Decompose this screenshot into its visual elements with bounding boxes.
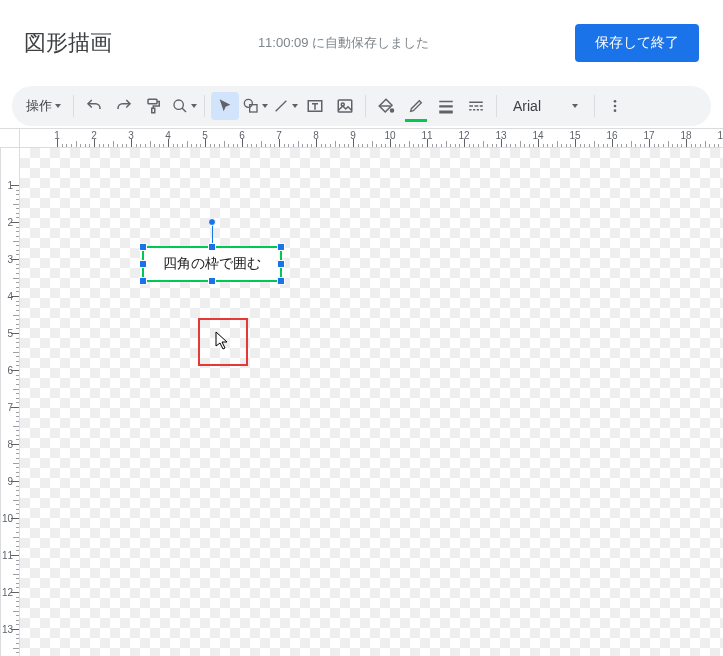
ruler-corner: [0, 128, 20, 148]
paint-format-button[interactable]: [140, 92, 168, 120]
workspace: 12345678910111213141516171819 1234567891…: [0, 128, 723, 656]
redo-button[interactable]: [110, 92, 138, 120]
zoom-button[interactable]: [170, 92, 198, 120]
svg-rect-13: [469, 105, 473, 107]
svg-rect-10: [439, 105, 453, 107]
line-weight-icon: [437, 97, 455, 115]
resize-handle-n[interactable]: [208, 243, 216, 251]
autosave-status: 11:00:09 に自動保存しました: [112, 34, 575, 52]
paint-roller-icon: [145, 97, 163, 115]
actions-label: 操作: [26, 97, 52, 115]
zoom-icon: [172, 98, 188, 114]
shape-tool[interactable]: [241, 92, 269, 120]
textbox-tool[interactable]: [301, 92, 329, 120]
textbox-text: 四角の枠で囲む: [163, 255, 261, 273]
svg-rect-17: [473, 109, 475, 111]
shape-icon: [243, 98, 259, 114]
redo-icon: [115, 97, 133, 115]
svg-point-21: [614, 105, 617, 108]
header: 図形描画 11:00:09 に自動保存しました 保存して終了: [0, 0, 723, 74]
separator: [496, 95, 497, 117]
resize-handle-sw[interactable]: [139, 277, 147, 285]
svg-rect-15: [480, 105, 483, 107]
actions-menu[interactable]: 操作: [20, 92, 67, 120]
resize-handle-se[interactable]: [277, 277, 285, 285]
svg-rect-16: [469, 109, 471, 111]
svg-rect-12: [469, 102, 483, 104]
toolbar: 操作: [12, 86, 711, 126]
font-name: Arial: [513, 98, 541, 114]
font-selector[interactable]: Arial: [503, 98, 588, 114]
svg-point-2: [174, 100, 183, 109]
rotate-connector: [212, 223, 213, 243]
chevron-down-icon: [292, 104, 298, 108]
page-title: 図形描画: [24, 28, 112, 58]
undo-button[interactable]: [80, 92, 108, 120]
separator: [73, 95, 74, 117]
vertical-ruler: 1234567891011121314: [0, 148, 20, 656]
border-color-button[interactable]: [402, 92, 430, 120]
svg-point-20: [614, 100, 617, 103]
textbox-icon: [306, 97, 324, 115]
pencil-icon: [408, 98, 424, 114]
svg-point-8: [391, 109, 394, 112]
chevron-down-icon: [262, 104, 268, 108]
svg-rect-11: [439, 111, 453, 114]
svg-rect-6: [338, 100, 352, 112]
line-tool[interactable]: [271, 92, 299, 120]
more-vertical-icon: [607, 98, 623, 114]
more-options-button[interactable]: [601, 92, 629, 120]
resize-handle-s[interactable]: [208, 277, 216, 285]
resize-handle-ne[interactable]: [277, 243, 285, 251]
chevron-down-icon: [191, 104, 197, 108]
separator: [594, 95, 595, 117]
chevron-down-icon: [55, 104, 61, 108]
horizontal-ruler: 12345678910111213141516171819: [20, 128, 723, 148]
color-swatch: [405, 119, 427, 122]
resize-handle-w[interactable]: [139, 260, 147, 268]
svg-point-22: [614, 109, 617, 112]
separator: [365, 95, 366, 117]
drawing-canvas[interactable]: 四角の枠で囲む: [20, 148, 723, 656]
undo-icon: [85, 97, 103, 115]
save-and-close-button[interactable]: 保存して終了: [575, 24, 699, 62]
svg-rect-19: [481, 109, 483, 111]
chevron-down-icon: [572, 104, 578, 108]
highlight-box: [198, 318, 248, 366]
border-dash-button[interactable]: [462, 92, 490, 120]
resize-handle-nw[interactable]: [139, 243, 147, 251]
svg-rect-1: [152, 108, 155, 113]
image-icon: [336, 97, 354, 115]
cursor-icon: [217, 98, 233, 114]
svg-point-3: [244, 99, 252, 107]
line-dash-icon: [467, 97, 485, 115]
border-weight-button[interactable]: [432, 92, 460, 120]
separator: [204, 95, 205, 117]
line-icon: [273, 98, 289, 114]
svg-rect-0: [148, 99, 157, 104]
svg-rect-9: [439, 101, 453, 103]
image-tool[interactable]: [331, 92, 359, 120]
svg-rect-14: [475, 105, 479, 107]
fill-color-button[interactable]: [372, 92, 400, 120]
select-tool[interactable]: [211, 92, 239, 120]
paint-bucket-icon: [377, 97, 395, 115]
svg-rect-18: [477, 109, 479, 111]
rotate-handle[interactable]: [208, 218, 216, 226]
resize-handle-e[interactable]: [277, 260, 285, 268]
textbox-shape[interactable]: 四角の枠で囲む: [142, 246, 282, 282]
